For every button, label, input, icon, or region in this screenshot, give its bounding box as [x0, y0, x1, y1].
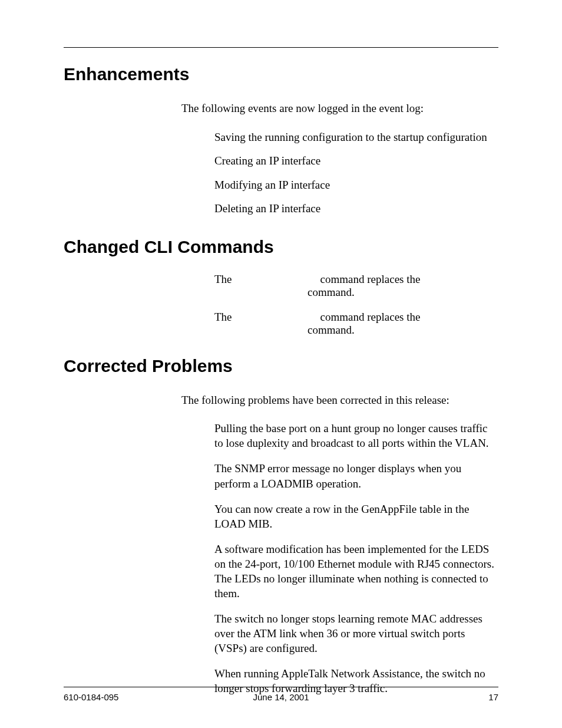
page: Enhancements The following events are no… [0, 0, 562, 728]
heading-enhancements: Enhancements [64, 64, 498, 84]
cli-mid: command replaces the [320, 273, 421, 285]
heading-corrected: Corrected Problems [64, 356, 498, 376]
list-item: A software modification has been impleme… [214, 542, 498, 601]
list-item: The SNMP error message no longer display… [214, 461, 498, 490]
list-item: Pulling the base port on a hunt group no… [214, 421, 498, 450]
enhancements-intro: The following events are now logged in t… [181, 101, 498, 117]
cli-post: command. [308, 286, 355, 298]
corrected-list: Pulling the base port on a hunt group no… [214, 421, 498, 696]
cli-pre: The [214, 273, 232, 285]
list-item: Thecommand replaces the command. [214, 311, 498, 336]
changed-cli-list: Thecommand replaces the command. Thecomm… [214, 274, 498, 336]
top-rule [64, 47, 498, 48]
list-item: Modifying an IP interface [214, 177, 498, 193]
enhancements-list: Saving the running configuration to the … [214, 130, 498, 217]
corrected-intro: The following problems have been correct… [181, 393, 498, 409]
footer-date: June 14, 2001 [64, 692, 498, 702]
heading-changed-cli: Changed CLI Commands [64, 237, 498, 257]
cli-mid: command replaces the [320, 311, 421, 323]
cli-pre: The [214, 311, 232, 323]
cli-post: command. [308, 324, 355, 336]
list-item: Deleting an IP interface [214, 201, 498, 217]
list-item: The switch no longer stops learning remo… [214, 611, 498, 655]
list-item: Creating an IP interface [214, 153, 498, 169]
list-item: Saving the running configuration to the … [214, 130, 498, 146]
footer-rule [64, 687, 498, 687]
page-footer: 610-0184-095 June 14, 2001 17 [64, 687, 498, 702]
list-item: You can now create a row in the GenAppFi… [214, 502, 498, 531]
list-item: Thecommand replaces the command. [214, 274, 498, 298]
